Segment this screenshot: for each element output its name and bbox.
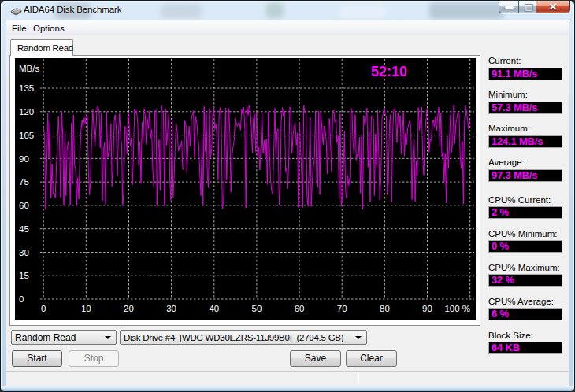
svg-text:60: 60 — [295, 304, 305, 313]
svg-text:10: 10 — [81, 304, 91, 313]
svg-text:90: 90 — [422, 304, 432, 313]
svg-text:135: 135 — [19, 83, 34, 93]
svg-text:70: 70 — [337, 304, 347, 313]
svg-text:90: 90 — [19, 154, 29, 164]
svg-text:15: 15 — [19, 271, 29, 280]
svg-text:60: 60 — [19, 201, 29, 210]
svg-text:20: 20 — [124, 304, 134, 313]
svg-text:75: 75 — [19, 177, 29, 187]
svg-text:80: 80 — [380, 304, 390, 313]
svg-text:30: 30 — [166, 304, 176, 313]
svg-text:40: 40 — [209, 304, 219, 313]
svg-text:MB/s: MB/s — [19, 64, 39, 73]
svg-text:100 %: 100 % — [444, 304, 470, 313]
svg-text:30: 30 — [19, 248, 29, 257]
svg-text:0: 0 — [41, 304, 46, 313]
svg-text:0: 0 — [19, 294, 24, 304]
svg-text:52:10: 52:10 — [371, 64, 407, 80]
svg-text:50: 50 — [252, 304, 262, 313]
svg-text:105: 105 — [19, 131, 34, 140]
svg-text:45: 45 — [19, 224, 29, 234]
svg-text:120: 120 — [19, 107, 34, 116]
